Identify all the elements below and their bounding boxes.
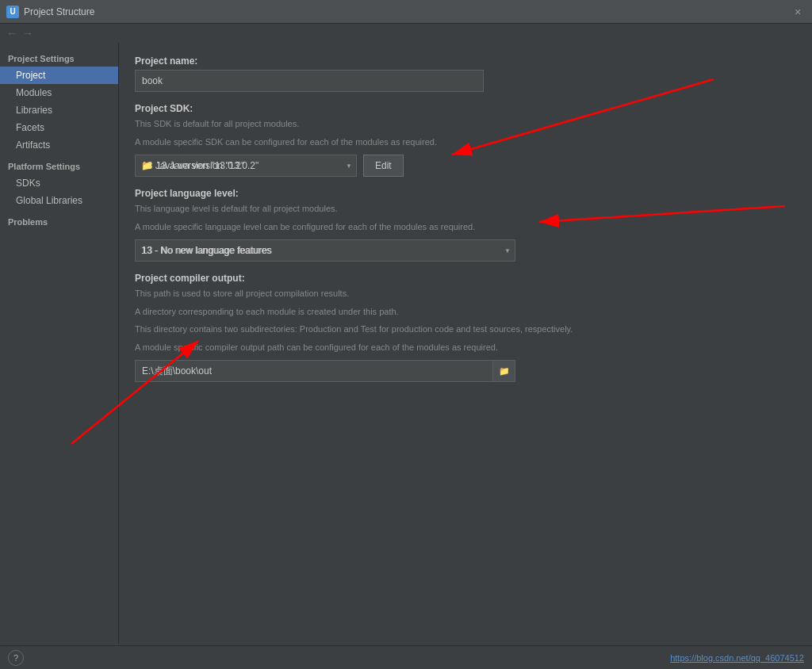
sidebar-item-libraries[interactable]: Libraries [0,101,118,119]
sdk-section: Project SDK: This SDK is default for all… [135,103,796,177]
project-name-label: Project name: [135,55,796,67]
close-button[interactable]: × [790,4,806,20]
lang-description-2: A module specific language level can be … [135,220,796,234]
compiler-desc-4: A module specific compiler output path c… [135,341,796,354]
bottom-bar: ? https://blog.csdn.net/qq_46074512 [0,645,812,669]
sdk-select-wrapper: 13 Java version "13.0.2" 📁 13 Java versi… [135,155,357,177]
lang-select-wrapper: 13 - No new language features 13 - No ne… [135,239,515,262]
url-label[interactable]: https://blog.csdn.net/qq_46074512 [670,653,804,663]
compiler-output-input[interactable] [136,365,492,377]
sidebar-item-sdks[interactable]: SDKs [0,174,118,192]
project-name-input[interactable] [135,70,484,92]
nav-arrows: ← → [0,24,812,43]
sdk-description-2: A module specific SDK can be configured … [135,136,796,149]
compiler-output-row: 📁 [135,360,515,382]
content-area: Project name: Project SDK: This SDK is d… [119,43,812,644]
main-layout: Project Settings Project Modules Librari… [0,43,812,644]
sidebar: Project Settings Project Modules Librari… [0,43,119,644]
sdk-row: 13 Java version "13.0.2" 📁 13 Java versi… [135,155,796,177]
sdk-select[interactable]: 13 Java version "13.0.2" [135,155,357,177]
sdk-description-1: This SDK is default for all project modu… [135,117,796,131]
sidebar-item-modules[interactable]: Modules [0,84,118,101]
project-settings-heading: Project Settings [0,49,118,67]
project-name-section: Project name: [135,55,796,92]
sidebar-item-global-libraries[interactable]: Global Libraries [0,192,118,209]
app-icon: U [6,6,19,18]
help-button[interactable]: ? [8,650,24,666]
compiler-output-section: Project compiler output: This path is us… [135,273,796,382]
sidebar-item-facets[interactable]: Facets [0,119,118,136]
back-arrow[interactable]: ← [6,27,17,40]
sidebar-item-project[interactable]: Project [0,67,118,84]
compiler-desc-2: A directory corresponding to each module… [135,305,796,319]
lang-description-1: This language level is default for all p… [135,202,796,216]
compiler-desc-3: This directory contains two subdirectori… [135,323,796,336]
problems-heading: Problems [0,209,118,230]
compiler-desc-1: This path is used to store all project c… [135,287,796,300]
platform-settings-heading: Platform Settings [0,154,118,174]
folder-browse-icon: 📁 [499,366,510,377]
edit-button[interactable]: Edit [363,155,404,177]
forward-arrow[interactable]: → [22,27,33,40]
language-level-label: Project language level: [135,188,796,199]
language-level-section: Project language level: This language le… [135,188,796,262]
compiler-output-label: Project compiler output: [135,273,796,284]
language-level-select[interactable]: 13 - No new language features [135,239,515,262]
compiler-output-browse-button[interactable]: 📁 [492,361,515,381]
sidebar-item-artifacts[interactable]: Artifacts [0,136,118,154]
project-sdk-label: Project SDK: [135,103,796,114]
title-bar: U Project Structure × [0,0,812,24]
title-bar-text: Project Structure [24,6,94,17]
